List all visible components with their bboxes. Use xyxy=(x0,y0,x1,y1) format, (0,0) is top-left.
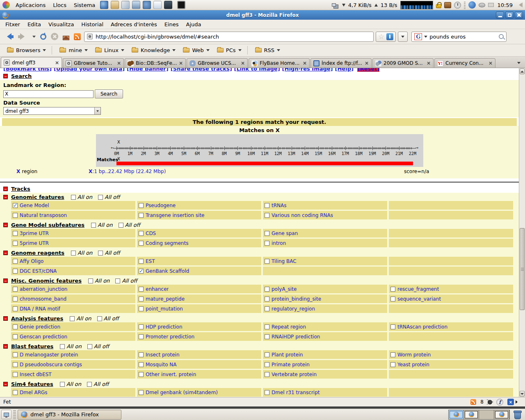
track-checkbox[interactable] xyxy=(13,334,18,339)
panel-menu[interactable]: Sistema xyxy=(71,1,98,9)
track-checkbox[interactable] xyxy=(13,259,18,264)
track-label-link[interactable]: intron xyxy=(272,240,286,246)
all-off-checkbox[interactable] xyxy=(115,278,120,283)
go-icon[interactable] xyxy=(386,33,393,40)
menu-item[interactable]: Historial xyxy=(78,21,107,28)
search-magnifier-icon[interactable] xyxy=(499,34,504,39)
track-checkbox[interactable] xyxy=(265,287,269,292)
show-desktop-button[interactable] xyxy=(1,410,11,419)
all-off-checkbox[interactable] xyxy=(98,195,103,200)
back-button[interactable] xyxy=(2,31,15,42)
taskbar-window-button[interactable]: dmel gff3 - Mozilla Firefox xyxy=(18,410,121,420)
toolbar-link[interactable]: [High-res Image] xyxy=(282,68,333,72)
track-label-link[interactable]: Pseudogene xyxy=(146,203,176,208)
track-checkbox[interactable] xyxy=(139,269,144,274)
track-label-link[interactable]: mature_peptide xyxy=(146,296,185,302)
workspace-cell[interactable] xyxy=(479,410,494,419)
tab-close-icon[interactable] xyxy=(427,61,431,66)
track-checkbox[interactable] xyxy=(13,203,18,208)
track-label-link[interactable]: DNA / RNA motif xyxy=(20,306,60,312)
track-checkbox[interactable] xyxy=(265,390,269,395)
track-checkbox[interactable] xyxy=(13,352,18,357)
menu-item[interactable]: Ajuda xyxy=(183,21,205,28)
track-checkbox[interactable] xyxy=(13,269,18,274)
track-label-link[interactable]: chromosome_band xyxy=(20,296,66,302)
workspace-cell[interactable] xyxy=(464,410,479,419)
track-checkbox[interactable] xyxy=(139,231,144,236)
track-checkbox[interactable] xyxy=(13,324,18,329)
track-checkbox[interactable] xyxy=(13,297,18,301)
track-label-link[interactable]: Various non coding RNAs xyxy=(272,212,333,218)
all-on-checkbox[interactable] xyxy=(70,316,75,321)
track-label-link[interactable]: Plant protein xyxy=(272,352,303,358)
tab-close-icon[interactable] xyxy=(365,61,369,66)
bookmark-folder[interactable]: mine xyxy=(56,46,91,55)
split-browser-icon[interactable] xyxy=(507,399,514,405)
volume-icon[interactable] xyxy=(516,2,523,7)
collapse-section-icon[interactable] xyxy=(3,195,8,199)
track-label-link[interactable]: Gene Model xyxy=(20,203,49,208)
track-label-link[interactable]: Natural transposon xyxy=(20,212,67,218)
vertical-scrollbar[interactable] xyxy=(519,68,525,397)
all-off-checkbox[interactable] xyxy=(87,344,92,349)
collapse-section-icon[interactable] xyxy=(3,316,8,321)
track-label-link[interactable]: aberration_junction xyxy=(20,286,67,292)
track-label-link[interactable]: Mosquito NA xyxy=(146,362,177,368)
mouse-tray-icon[interactable] xyxy=(479,3,485,7)
track-label-link[interactable]: D pseudoobscura contigs xyxy=(20,362,82,368)
track-section-title[interactable]: Genome reagents xyxy=(10,250,65,256)
track-checkbox[interactable] xyxy=(265,231,269,236)
track-label-link[interactable]: Coding segments xyxy=(146,240,189,246)
track-checkbox[interactable] xyxy=(13,287,18,292)
track-label-link[interactable]: Insect dbEST xyxy=(20,372,52,377)
result-region-link[interactable]: X:1 bp..22.42 Mbp (22.42 Mbp) xyxy=(89,169,166,174)
history-dropdown-icon[interactable] xyxy=(31,31,37,42)
track-checkbox[interactable] xyxy=(139,203,144,208)
browser-tab[interactable]: GBrowse UCS... xyxy=(187,58,248,68)
track-checkbox[interactable] xyxy=(139,352,144,357)
bookmark-folder[interactable]: Browsers xyxy=(3,46,52,55)
bug-addon-icon[interactable] xyxy=(488,400,492,404)
url-text[interactable]: http://localhost/cgi-bin/gbrowse/dmel/#s… xyxy=(96,34,219,40)
track-checkbox[interactable] xyxy=(139,390,144,395)
bookmark-star-icon[interactable] xyxy=(378,33,384,40)
track-section-title[interactable]: Misc. Genomic features xyxy=(10,278,82,284)
scrollbar-thumb[interactable] xyxy=(520,228,525,310)
track-label-link[interactable]: Other invert. protein xyxy=(146,372,196,377)
track-label-link[interactable]: Dmel ARGs xyxy=(20,390,48,395)
track-section-title[interactable]: Analysis features xyxy=(10,315,64,322)
track-checkbox[interactable] xyxy=(390,362,395,367)
browser-tab[interactable]: Índex de ftp://f... xyxy=(310,58,372,68)
chart-icon[interactable] xyxy=(143,1,151,9)
track-section-title[interactable]: Gene Model subfeatures xyxy=(10,222,85,228)
tab-close-icon[interactable] xyxy=(179,61,183,66)
forward-button[interactable] xyxy=(17,31,29,42)
track-label-link[interactable]: tRNAs xyxy=(272,203,286,208)
track-checkbox[interactable] xyxy=(265,259,269,264)
track-checkbox[interactable] xyxy=(265,241,269,246)
reset-link[interactable]: [Reset] xyxy=(357,68,379,72)
track-label-link[interactable]: regulatory_region xyxy=(272,306,315,312)
track-label-link[interactable]: Repeat region xyxy=(272,324,306,330)
close-button[interactable] xyxy=(515,11,523,18)
wallet-icon[interactable] xyxy=(444,2,451,8)
select-dropdown-icon[interactable] xyxy=(94,107,100,114)
blue-app-tray-icon[interactable] xyxy=(468,1,476,9)
track-label-link[interactable]: rescue_fragment xyxy=(397,286,439,292)
tracks-section-title[interactable]: Tracks xyxy=(10,186,31,192)
track-label-link[interactable]: RNAiHDP prediction xyxy=(272,334,320,340)
rss-subscribe-icon[interactable] xyxy=(73,31,82,42)
web-browser-icon[interactable] xyxy=(100,1,108,9)
track-label-link[interactable]: CDS xyxy=(146,231,156,236)
track-checkbox[interactable] xyxy=(13,372,18,377)
track-label-link[interactable]: Insect protein xyxy=(146,352,180,358)
track-checkbox[interactable] xyxy=(139,297,144,301)
search-button[interactable]: Search xyxy=(95,89,123,98)
track-checkbox[interactable] xyxy=(265,372,269,377)
track-label-link[interactable]: Tiling BAC xyxy=(272,258,297,264)
track-checkbox[interactable] xyxy=(139,334,144,339)
browser-tab[interactable]: Currency Con... xyxy=(434,58,495,68)
track-checkbox[interactable] xyxy=(139,287,144,292)
track-label-link[interactable]: DGC EST/cDNA xyxy=(20,268,57,274)
toolbar-link[interactable]: [Upload your own data] xyxy=(54,68,125,72)
